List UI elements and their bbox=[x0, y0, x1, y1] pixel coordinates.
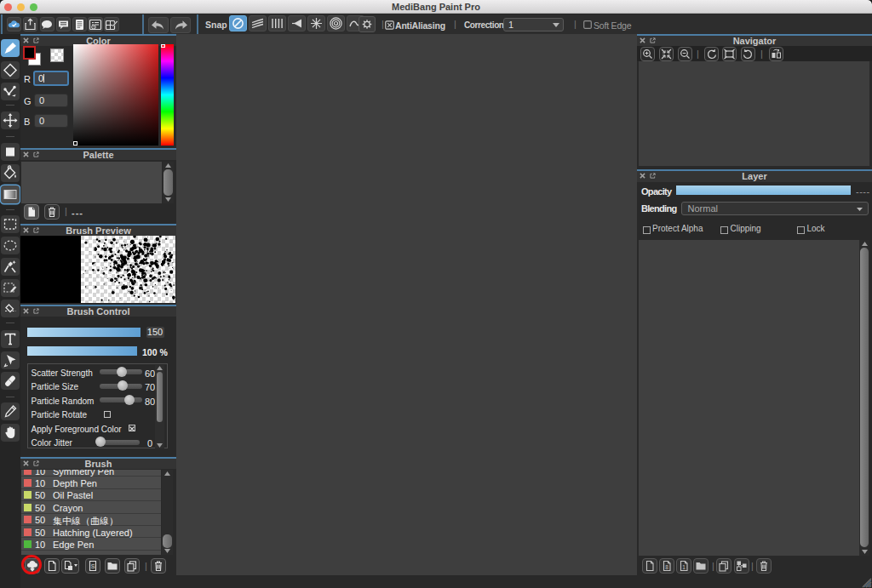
svg-text:S: S bbox=[91, 563, 95, 569]
svg-text:8: 8 bbox=[665, 564, 668, 570]
svg-text:1: 1 bbox=[682, 564, 686, 570]
